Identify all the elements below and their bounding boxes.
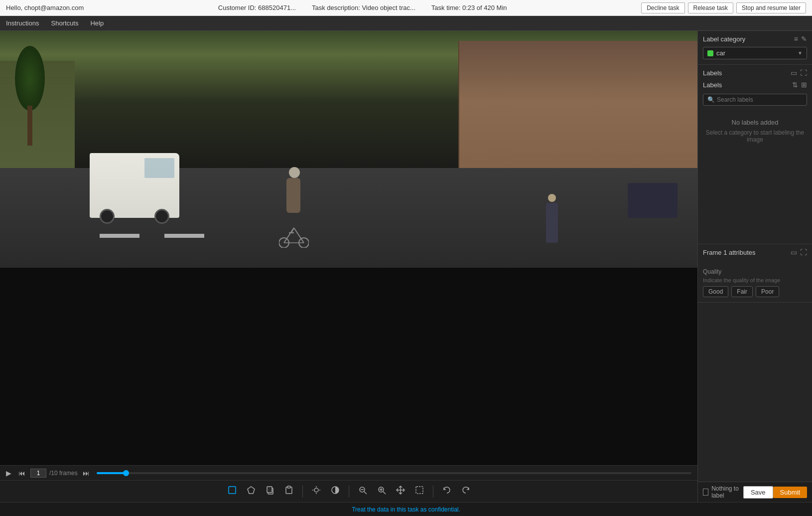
- bottom-status-bar: Treat the data in this task as confident…: [0, 502, 812, 516]
- play-button[interactable]: ▶: [4, 468, 13, 478]
- label-category-icons: ≡ ✎: [794, 35, 807, 43]
- label-category-header: Label category ≡ ✎: [698, 31, 812, 47]
- top-actions: Decline task Release task Stop and resum…: [641, 2, 806, 13]
- filter-icon[interactable]: ⊞: [801, 81, 807, 89]
- no-labels-title: No labels added: [703, 119, 807, 126]
- timeline-progress[interactable]: [97, 472, 691, 474]
- quality-description: Indicate the quality of the image: [703, 277, 807, 283]
- timeline-progress-fill: [97, 472, 127, 474]
- prev-frame-button[interactable]: ⏮: [16, 468, 27, 478]
- nothing-to-label-text: Nothing to label: [711, 485, 743, 499]
- zoom-out-button[interactable]: [355, 484, 370, 499]
- scene-van: [90, 153, 179, 218]
- frame-attributes-title: Frame 1 attributes: [703, 249, 756, 256]
- video-frame: [0, 31, 697, 268]
- scene-van-wheel-right: [154, 209, 169, 224]
- next-frame-button[interactable]: ⏭: [81, 468, 92, 478]
- search-icon: 🔍: [707, 96, 715, 103]
- quality-buttons: Good Fair Poor: [703, 286, 807, 297]
- stop-resume-button[interactable]: Stop and resume later: [736, 2, 806, 13]
- nothing-to-label-container: Nothing to label: [703, 485, 743, 499]
- scene-cyclist-head: [289, 167, 300, 178]
- nav-instructions[interactable]: Instructions: [6, 19, 39, 27]
- task-info: Customer ID: 688520471... Task descripti…: [218, 4, 507, 11]
- scene-road-line2: [164, 234, 204, 238]
- quality-fair-button[interactable]: Fair: [731, 286, 753, 297]
- paste-tool[interactable]: [281, 484, 296, 499]
- frame-attributes-content: Quality Indicate the quality of the imag…: [698, 260, 812, 302]
- labels-header: Labels ▭ ⛶: [698, 65, 812, 81]
- toolbar: [0, 480, 697, 502]
- submit-button[interactable]: Submit: [773, 487, 807, 498]
- svg-rect-12: [287, 486, 290, 488]
- label-category-title: Label category: [703, 35, 745, 43]
- copy-tool[interactable]: [263, 484, 277, 499]
- nav-help[interactable]: Help: [90, 19, 104, 27]
- nav-bar: Instructions Shortcuts Help: [0, 16, 812, 31]
- scene-cyclist-body: [286, 178, 300, 213]
- save-button[interactable]: Save: [743, 486, 773, 499]
- timeline-progress-dot: [123, 470, 129, 476]
- scene-pedestrian: [546, 203, 558, 243]
- task-time: Task time: 0:23 of 420 Min: [431, 4, 507, 11]
- bottom-actions: Nothing to label Save Submit: [698, 482, 812, 502]
- labels-title: Labels: [703, 69, 722, 77]
- frame-attributes-header: Frame 1 attributes ▭ ⛶: [698, 244, 812, 260]
- scene-pedestrian-head: [548, 194, 556, 202]
- task-description: Task description: Video object trac...: [312, 4, 415, 11]
- redo-button[interactable]: [458, 484, 473, 499]
- labels-header-icons: ▭ ⛶: [791, 69, 807, 77]
- contrast-tool[interactable]: [328, 484, 343, 499]
- undo-button[interactable]: [439, 484, 454, 499]
- toolbar-separator-2: [349, 486, 349, 498]
- search-labels-container: 🔍: [703, 94, 807, 106]
- frame-number-input[interactable]: [30, 469, 46, 478]
- right-panel: Label category ≡ ✎ car ▼ Labels: [697, 31, 812, 502]
- scene-van-wheel-left: [100, 209, 115, 224]
- quality-good-button[interactable]: Good: [703, 286, 728, 297]
- svg-rect-28: [416, 487, 423, 494]
- svg-point-13: [314, 488, 318, 492]
- frame-attr-collapse-icon[interactable]: ▭: [791, 248, 797, 256]
- decline-task-button[interactable]: Decline task: [641, 2, 684, 13]
- no-labels-subtitle: Select a category to start labeling the …: [703, 129, 807, 143]
- video-scene: [0, 31, 697, 268]
- svg-line-23: [383, 492, 386, 494]
- label-category-arrow-icon: ▼: [798, 50, 803, 56]
- quality-label: Quality: [703, 268, 807, 275]
- scene-cyclist: [279, 178, 309, 248]
- label-category-color: [707, 50, 713, 56]
- nav-shortcuts[interactable]: Shortcuts: [51, 19, 78, 27]
- release-task-button[interactable]: Release task: [688, 2, 733, 13]
- scene-tree-canopy: [15, 46, 45, 111]
- svg-marker-8: [248, 487, 255, 494]
- expand-icon[interactable]: ⛶: [800, 69, 807, 77]
- frame-select-tool[interactable]: [412, 484, 427, 499]
- quality-poor-button[interactable]: Poor: [756, 286, 779, 297]
- zoom-in-button[interactable]: [374, 484, 389, 499]
- toolbar-separator-3: [433, 486, 433, 498]
- label-category-select[interactable]: car ▼: [703, 47, 807, 59]
- polygon-tool[interactable]: [244, 484, 259, 499]
- customer-id: Customer ID: 688520471...: [218, 4, 296, 11]
- move-tool[interactable]: [393, 484, 408, 499]
- edit-icon[interactable]: ✎: [801, 35, 807, 43]
- bounding-box-tool[interactable]: [225, 484, 240, 499]
- video-dark-area: [0, 268, 697, 465]
- sort-icon[interactable]: ⇅: [792, 81, 798, 89]
- frame-attr-expand-icon[interactable]: ⛶: [800, 248, 807, 256]
- search-labels-input[interactable]: [717, 96, 803, 103]
- collapse-icon[interactable]: ▭: [791, 69, 797, 77]
- quality-control: Quality Indicate the quality of the imag…: [703, 268, 807, 297]
- svg-rect-10: [267, 487, 272, 493]
- list-icon[interactable]: ≡: [794, 35, 798, 43]
- nothing-to-label-checkbox[interactable]: [703, 489, 708, 496]
- label-category-section: Label category ≡ ✎ car ▼: [698, 31, 812, 65]
- brightness-tool[interactable]: [309, 484, 324, 499]
- timeline-bar: ▶ ⏮ /10 frames ⏭: [0, 465, 697, 480]
- user-greeting: Hello, chopt@amazon.com: [6, 4, 84, 11]
- scene-tree: [15, 46, 45, 146]
- right-panel-spacer: [698, 303, 812, 482]
- scene-cyclist-bike: [279, 223, 309, 248]
- main-row: ▶ ⏮ /10 frames ⏭: [0, 31, 812, 502]
